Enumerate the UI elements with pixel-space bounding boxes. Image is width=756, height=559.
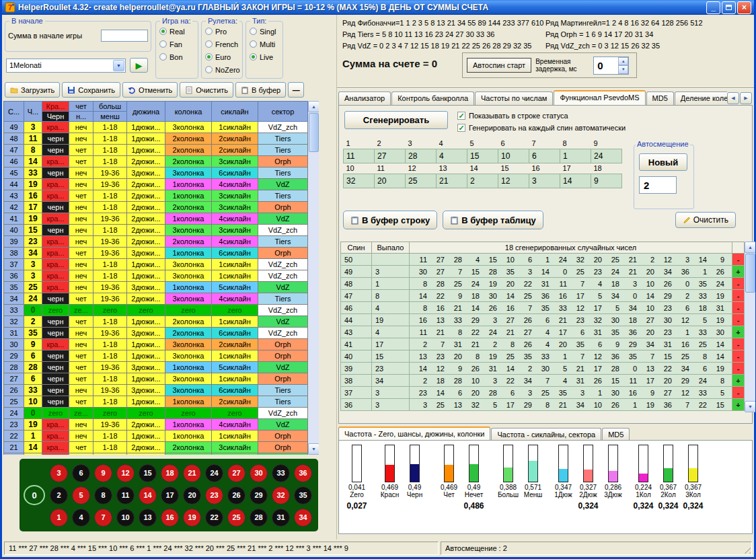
new-button[interactable]: Новый — [639, 153, 687, 171]
board-number-6[interactable]: 6 — [72, 464, 90, 482]
collapse-button[interactable]: — — [288, 82, 304, 98]
results-row[interactable]: 38342182810322347431261511172029248+ — [341, 375, 745, 387]
tab-md5[interactable]: MD5 — [646, 91, 674, 105]
board-number-17[interactable]: 17 — [161, 486, 179, 505]
history-header-cell[interactable]: больш — [93, 102, 127, 112]
tab-частота-сиклайны-сектора[interactable]: Частота - сиклайны, сектора — [491, 428, 601, 441]
history-row[interactable]: 4614кра...чет1-182дюжи...2колонка3сиклай… — [4, 156, 308, 167]
delay-spinbox[interactable]: 0 ▲ ▼ — [593, 57, 629, 75]
history-header-cell[interactable]: менш — [93, 112, 127, 122]
copy-table-button[interactable]: В буфер таблицу — [443, 211, 543, 229]
board-number-24[interactable]: 24 — [205, 464, 223, 482]
results-header-cell[interactable]: Спин — [341, 242, 372, 254]
board-number-11[interactable]: 11 — [116, 486, 135, 505]
history-row[interactable]: 3834кра...чет19-363дюжи...1колонка6сикла… — [4, 248, 308, 259]
maximize-button[interactable] — [722, 1, 736, 14]
history-row[interactable]: 221кра...неч1-181дюжи...1колонка1сиклайн… — [4, 431, 308, 442]
board-number-14[interactable]: 14 — [139, 486, 157, 505]
play-button[interactable]: ▶ — [130, 58, 148, 73]
tab-функционал-psevdoms[interactable]: Функционал PsevdoMS — [554, 90, 645, 105]
history-row[interactable]: 3923кра...неч19-362дюжи...2колонка4сикла… — [4, 236, 308, 248]
history-row[interactable]: 2018кра...чет1-182дюжи...3колонка3сиклай… — [4, 453, 308, 455]
tab-scroll-left-icon[interactable]: ◀ — [727, 92, 739, 104]
history-row[interactable]: 2633черннеч19-363дюжи...3колонка6сиклайн… — [4, 385, 308, 396]
results-row[interactable]: 39231412926311423052117280132234619- — [341, 363, 745, 375]
history-row[interactable]: 276чернчет1-181дюжи...3колонка1сиклайнOr… — [4, 373, 308, 385]
autospin-start-button[interactable]: Автоспин старт — [467, 58, 531, 73]
board-number-25[interactable]: 25 — [227, 509, 245, 527]
results-row[interactable]: 49330277152835314025232421203436126+ — [341, 266, 745, 278]
history-row[interactable]: 309кра...неч1-181дюжи...3колонка2сиклайн… — [4, 339, 308, 350]
history-header-cell[interactable]: н... — [69, 112, 93, 122]
board-number-29[interactable]: 29 — [250, 486, 268, 505]
history-header-cell[interactable]: Кра... — [42, 102, 69, 112]
board-number-13[interactable]: 13 — [139, 509, 157, 527]
scrollbar-thumb[interactable] — [309, 113, 319, 152]
results-header-cell[interactable]: 18 сгенерированных случайных чисел — [410, 242, 732, 254]
tab-анализатор[interactable]: Анализатор — [338, 91, 391, 105]
history-header-cell[interactable]: чет — [69, 102, 93, 112]
scroll-up-icon[interactable]: ▲ — [745, 241, 755, 253]
board-number-5[interactable]: 5 — [72, 486, 90, 505]
results-row[interactable]: 3633251332517298213410261193672215+ — [341, 399, 745, 411]
board-number-23[interactable]: 23 — [205, 486, 223, 505]
results-row[interactable]: 47814229183014253616175340142923319- — [341, 290, 745, 302]
results-row[interactable]: 46481621142616735331217534102361831- — [341, 302, 745, 314]
board-number-27[interactable]: 27 — [227, 464, 245, 482]
generate-button[interactable]: Сгенерировать — [344, 111, 448, 129]
undo-button[interactable]: Отменить — [122, 82, 178, 98]
minimize-button[interactable]: _ — [706, 1, 720, 14]
start-sum-input[interactable] — [101, 30, 148, 42]
history-row[interactable]: 2510чернчет1-181дюжи...1колонка2сиклайнT… — [4, 396, 308, 408]
history-header-cell[interactable]: С... — [4, 102, 24, 122]
board-number-26[interactable]: 26 — [227, 486, 245, 505]
board-number-35[interactable]: 35 — [294, 486, 312, 505]
tab-scroll-right-icon[interactable]: ▶ — [740, 92, 752, 104]
tab-частота-zero-шансы-дюжины-колонки[interactable]: Частота - Zero, шансы, дюжины, колонки — [338, 426, 490, 441]
history-scrollbar[interactable]: ▲ ▼ — [308, 101, 319, 455]
history-row[interactable]: 4217черннеч1-182дюжи...2колонка3сиклайнO… — [4, 202, 308, 213]
results-header-cell[interactable]: Выпало — [372, 242, 410, 254]
history-row[interactable]: 3424чернчет19-362дюжи...3колонка4сиклайн… — [4, 293, 308, 305]
spin-up-icon[interactable]: ▲ — [618, 57, 628, 66]
history-row[interactable]: 2114кра...чет1-182дюжи...2колонка3сиклай… — [4, 442, 308, 453]
history-header-cell[interactable]: колонка — [165, 102, 212, 122]
history-row[interactable]: 4015черннеч1-182дюжи...3колонка3сиклайнV… — [4, 225, 308, 236]
copy-buffer-button[interactable]: В буфер — [235, 82, 286, 98]
board-zero[interactable]: 0 — [24, 485, 45, 505]
board-number-2[interactable]: 2 — [50, 486, 68, 505]
generate-each-spin-checkbox[interactable]: ✓ Генерировать на каждый спин автоматиче… — [457, 124, 626, 132]
history-header-cell[interactable]: сиклайн — [212, 102, 258, 122]
history-row[interactable]: 478чернчет1-181дюжи...2колонка2сиклайнTi… — [4, 145, 308, 156]
clear-generated-button[interactable]: Очистить — [675, 212, 736, 228]
radio-fan[interactable]: Fan — [159, 38, 198, 50]
board-number-4[interactable]: 4 — [72, 509, 90, 527]
tab-частоты-по-числам[interactable]: Частоты по числам — [475, 91, 553, 105]
history-row[interactable]: 4533черннеч19-363дюжи...3колонка6сиклайн… — [4, 167, 308, 179]
load-button[interactable]: Загрузить — [5, 82, 60, 98]
radio-bon[interactable]: Bon — [159, 51, 198, 63]
history-row[interactable]: 3525кра...неч19-363дюжи...1колонка5сикла… — [4, 282, 308, 293]
autoshift-input[interactable] — [639, 176, 677, 194]
board-number-28[interactable]: 28 — [250, 509, 268, 527]
resize-grip[interactable] — [742, 545, 751, 554]
profile-combobox[interactable]: 1Melonati ▼ — [6, 59, 126, 73]
board-number-10[interactable]: 10 — [116, 509, 135, 527]
history-row[interactable]: 3135черннеч19-363дюжи...2колонка6сиклайн… — [4, 328, 308, 339]
copy-row-button[interactable]: В буфер строку — [343, 211, 437, 229]
radio-nozero[interactable]: NoZero — [205, 64, 242, 75]
scroll-down-icon[interactable]: ▼ — [745, 401, 755, 412]
board-number-21[interactable]: 21 — [183, 464, 201, 482]
board-number-16[interactable]: 16 — [161, 509, 179, 527]
chevron-down-icon[interactable]: ▼ — [113, 60, 124, 71]
history-row[interactable]: 296чернчет1-181дюжи...3колонка1сиклайнOr… — [4, 350, 308, 362]
history-row[interactable]: 330zeroze...zerozerozerozeroVdZ_zch — [4, 305, 308, 316]
results-row[interactable]: 50112728415106124322025212123149- — [341, 254, 745, 266]
history-row[interactable]: 363кра...неч1-181дюжи...3колонка1сиклайн… — [4, 270, 308, 282]
results-row[interactable]: 411727312128264203569293431162514- — [341, 338, 745, 350]
radio-euro[interactable]: Euro — [205, 51, 242, 63]
results-row[interactable]: 40151323208192535331712363571525814- — [341, 350, 745, 363]
clear-button[interactable]: Очистить — [180, 82, 233, 98]
results-row[interactable]: 37323146202863253531301692712335- — [341, 387, 745, 399]
tab-контроль-банкролла[interactable]: Контроль банкролла — [391, 91, 474, 105]
